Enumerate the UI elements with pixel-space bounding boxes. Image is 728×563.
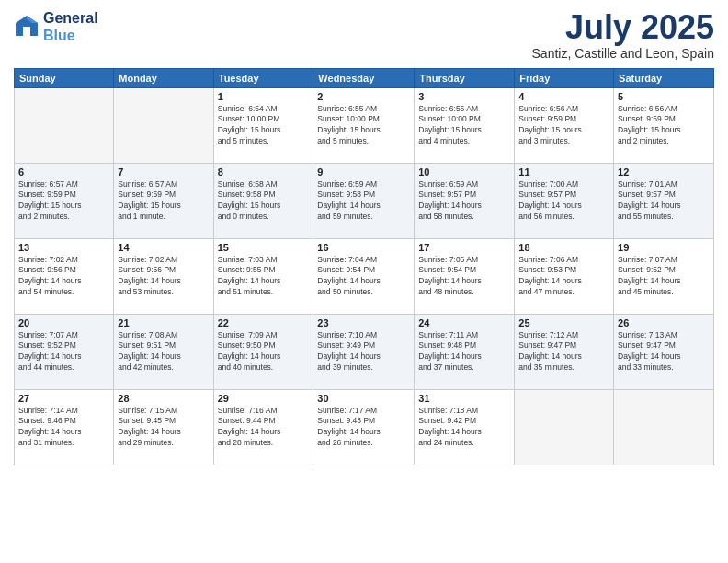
day-number: 3	[418, 91, 510, 102]
table-row: 9Sunrise: 6:59 AM Sunset: 9:58 PM Daylig…	[313, 163, 415, 238]
day-number: 30	[317, 393, 410, 404]
header-thursday: Thursday	[415, 68, 515, 87]
day-number: 2	[317, 91, 410, 102]
day-info: Sunrise: 7:11 AM Sunset: 9:48 PM Dayligh…	[418, 330, 510, 374]
table-row: 13Sunrise: 7:02 AM Sunset: 9:56 PM Dayli…	[15, 238, 114, 314]
day-info: Sunrise: 7:02 AM Sunset: 9:56 PM Dayligh…	[118, 255, 209, 299]
day-info: Sunrise: 6:56 AM Sunset: 9:59 PM Dayligh…	[518, 104, 609, 148]
day-number: 29	[218, 393, 310, 404]
table-row: 18Sunrise: 7:06 AM Sunset: 9:53 PM Dayli…	[515, 238, 614, 314]
day-number: 17	[418, 242, 510, 253]
day-number: 31	[418, 393, 510, 404]
location: Santiz, Castille and Leon, Spain	[532, 46, 714, 61]
day-number: 11	[518, 167, 609, 178]
day-info: Sunrise: 7:15 AM Sunset: 9:45 PM Dayligh…	[118, 406, 209, 450]
header-monday: Monday	[114, 68, 213, 87]
header-sunday: Sunday	[15, 68, 114, 87]
table-row: 24Sunrise: 7:11 AM Sunset: 9:48 PM Dayli…	[415, 314, 515, 389]
day-info: Sunrise: 7:17 AM Sunset: 9:43 PM Dayligh…	[317, 406, 410, 450]
day-number: 13	[18, 242, 109, 253]
calendar-week-row: 1Sunrise: 6:54 AM Sunset: 10:00 PM Dayli…	[15, 87, 714, 163]
day-info: Sunrise: 6:58 AM Sunset: 9:58 PM Dayligh…	[218, 179, 310, 224]
table-row: 3Sunrise: 6:55 AM Sunset: 10:00 PM Dayli…	[415, 87, 515, 163]
table-row: 2Sunrise: 6:55 AM Sunset: 10:00 PM Dayli…	[313, 87, 415, 163]
table-row	[515, 389, 614, 465]
day-info: Sunrise: 7:04 AM Sunset: 9:54 PM Dayligh…	[317, 255, 410, 299]
table-row: 26Sunrise: 7:13 AM Sunset: 9:47 PM Dayli…	[614, 314, 714, 389]
page: General Blue July 2025 Santiz, Castille …	[0, 0, 728, 563]
logo-text: General Blue	[43, 9, 98, 44]
day-number: 10	[418, 167, 510, 178]
title-block: July 2025 Santiz, Castille and Leon, Spa…	[532, 9, 714, 61]
day-info: Sunrise: 7:07 AM Sunset: 9:52 PM Dayligh…	[18, 330, 109, 374]
day-info: Sunrise: 7:16 AM Sunset: 9:44 PM Dayligh…	[218, 406, 310, 450]
table-row: 20Sunrise: 7:07 AM Sunset: 9:52 PM Dayli…	[15, 314, 114, 389]
day-number: 8	[218, 167, 310, 178]
table-row: 30Sunrise: 7:17 AM Sunset: 9:43 PM Dayli…	[313, 389, 415, 465]
calendar-week-row: 20Sunrise: 7:07 AM Sunset: 9:52 PM Dayli…	[15, 314, 714, 389]
day-number: 26	[618, 317, 710, 328]
table-row: 6Sunrise: 6:57 AM Sunset: 9:59 PM Daylig…	[15, 163, 114, 238]
table-row: 27Sunrise: 7:14 AM Sunset: 9:46 PM Dayli…	[15, 389, 114, 465]
table-row: 4Sunrise: 6:56 AM Sunset: 9:59 PM Daylig…	[515, 87, 614, 163]
day-number: 6	[18, 167, 109, 178]
table-row: 10Sunrise: 6:59 AM Sunset: 9:57 PM Dayli…	[415, 163, 515, 238]
calendar-table: Sunday Monday Tuesday Wednesday Thursday…	[14, 68, 714, 465]
day-number: 4	[518, 91, 609, 102]
day-info: Sunrise: 7:08 AM Sunset: 9:51 PM Dayligh…	[118, 330, 209, 374]
table-row: 5Sunrise: 6:56 AM Sunset: 9:59 PM Daylig…	[614, 87, 714, 163]
day-info: Sunrise: 7:10 AM Sunset: 9:49 PM Dayligh…	[317, 330, 410, 374]
day-info: Sunrise: 7:13 AM Sunset: 9:47 PM Dayligh…	[618, 330, 710, 374]
table-row: 25Sunrise: 7:12 AM Sunset: 9:47 PM Dayli…	[515, 314, 614, 389]
table-row	[15, 87, 114, 163]
table-row: 1Sunrise: 6:54 AM Sunset: 10:00 PM Dayli…	[213, 87, 313, 163]
day-number: 16	[317, 242, 410, 253]
day-info: Sunrise: 6:56 AM Sunset: 9:59 PM Dayligh…	[618, 104, 710, 148]
table-row: 29Sunrise: 7:16 AM Sunset: 9:44 PM Dayli…	[213, 389, 313, 465]
day-number: 7	[118, 167, 209, 178]
table-row: 19Sunrise: 7:07 AM Sunset: 9:52 PM Dayli…	[614, 238, 714, 314]
table-row: 14Sunrise: 7:02 AM Sunset: 9:56 PM Dayli…	[114, 238, 213, 314]
table-row: 16Sunrise: 7:04 AM Sunset: 9:54 PM Dayli…	[313, 238, 415, 314]
day-info: Sunrise: 7:09 AM Sunset: 9:50 PM Dayligh…	[218, 330, 310, 374]
table-row: 7Sunrise: 6:57 AM Sunset: 9:59 PM Daylig…	[114, 163, 213, 238]
table-row: 12Sunrise: 7:01 AM Sunset: 9:57 PM Dayli…	[614, 163, 714, 238]
day-number: 12	[618, 167, 710, 178]
svg-rect-2	[23, 27, 30, 36]
day-number: 14	[118, 242, 209, 253]
day-info: Sunrise: 6:57 AM Sunset: 9:59 PM Dayligh…	[118, 179, 209, 224]
day-number: 21	[118, 317, 209, 328]
day-info: Sunrise: 6:59 AM Sunset: 9:58 PM Dayligh…	[317, 179, 410, 224]
weekday-header-row: Sunday Monday Tuesday Wednesday Thursday…	[15, 68, 714, 87]
day-number: 20	[18, 317, 109, 328]
day-number: 18	[518, 242, 609, 253]
header-friday: Friday	[515, 68, 614, 87]
day-info: Sunrise: 6:55 AM Sunset: 10:00 PM Daylig…	[418, 104, 510, 148]
day-number: 9	[317, 167, 410, 178]
header-saturday: Saturday	[614, 68, 714, 87]
day-info: Sunrise: 7:01 AM Sunset: 9:57 PM Dayligh…	[618, 179, 710, 224]
day-info: Sunrise: 7:18 AM Sunset: 9:42 PM Dayligh…	[418, 406, 510, 450]
day-number: 22	[218, 317, 310, 328]
day-number: 15	[218, 242, 310, 253]
day-info: Sunrise: 7:14 AM Sunset: 9:46 PM Dayligh…	[18, 406, 109, 450]
day-number: 28	[118, 393, 209, 404]
table-row: 11Sunrise: 7:00 AM Sunset: 9:57 PM Dayli…	[515, 163, 614, 238]
header: General Blue July 2025 Santiz, Castille …	[14, 9, 714, 61]
day-info: Sunrise: 7:12 AM Sunset: 9:47 PM Dayligh…	[518, 330, 609, 374]
table-row: 17Sunrise: 7:05 AM Sunset: 9:54 PM Dayli…	[415, 238, 515, 314]
table-row: 31Sunrise: 7:18 AM Sunset: 9:42 PM Dayli…	[415, 389, 515, 465]
month-title: July 2025	[532, 9, 714, 46]
table-row	[614, 389, 714, 465]
calendar-week-row: 13Sunrise: 7:02 AM Sunset: 9:56 PM Dayli…	[15, 238, 714, 314]
table-row: 8Sunrise: 6:58 AM Sunset: 9:58 PM Daylig…	[213, 163, 313, 238]
day-info: Sunrise: 7:07 AM Sunset: 9:52 PM Dayligh…	[618, 255, 710, 299]
day-number: 27	[18, 393, 109, 404]
header-wednesday: Wednesday	[313, 68, 415, 87]
day-info: Sunrise: 7:02 AM Sunset: 9:56 PM Dayligh…	[18, 255, 109, 299]
day-number: 23	[317, 317, 410, 328]
table-row	[114, 87, 213, 163]
day-info: Sunrise: 7:00 AM Sunset: 9:57 PM Dayligh…	[518, 179, 609, 224]
table-row: 23Sunrise: 7:10 AM Sunset: 9:49 PM Dayli…	[313, 314, 415, 389]
header-tuesday: Tuesday	[213, 68, 313, 87]
